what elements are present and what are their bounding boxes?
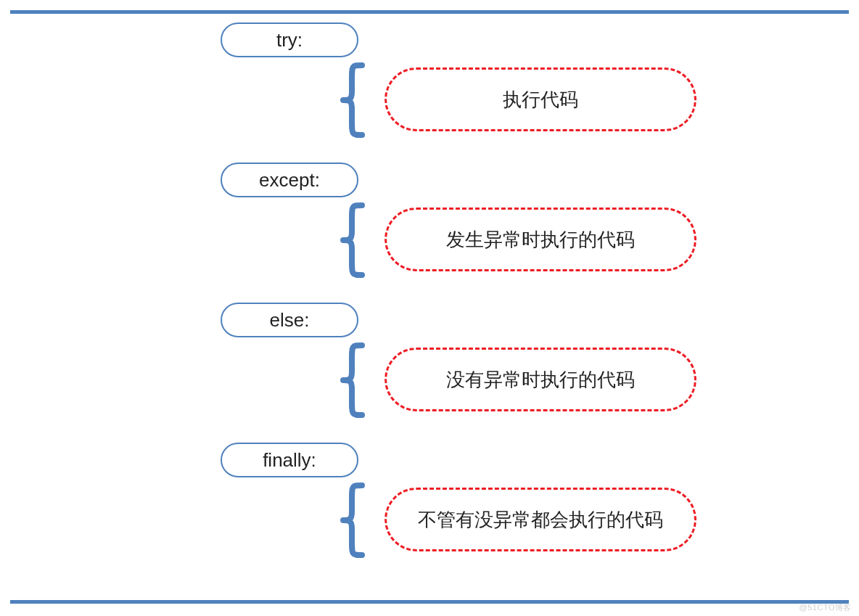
brace-icon [337,202,369,278]
bottom-rule [10,600,849,604]
desc-label: 不管有没异常都会执行的代码 [418,507,663,533]
desc-label: 没有异常时执行的代码 [446,367,635,393]
brace-icon [337,342,369,418]
keyword-label: try: [276,29,303,52]
keyword-label: else: [270,309,310,332]
desc-except: 发生异常时执行的代码 [385,208,696,271]
desc-finally: 不管有没异常都会执行的代码 [385,488,696,551]
keyword-finally: finally: [221,443,358,477]
desc-try: 执行代码 [385,67,696,131]
watermark: @51CTO博客 [800,602,852,613]
top-rule [10,10,849,14]
brace-icon [337,62,369,138]
desc-label: 发生异常时执行的代码 [446,227,635,252]
keyword-label: finally: [263,449,316,472]
keyword-else: else: [221,303,358,337]
keyword-except: except: [221,163,358,197]
keyword-try: try: [221,22,358,57]
brace-icon [337,482,369,558]
keyword-label: except: [259,169,320,192]
desc-else: 没有异常时执行的代码 [385,348,696,411]
desc-label: 执行代码 [503,87,578,112]
